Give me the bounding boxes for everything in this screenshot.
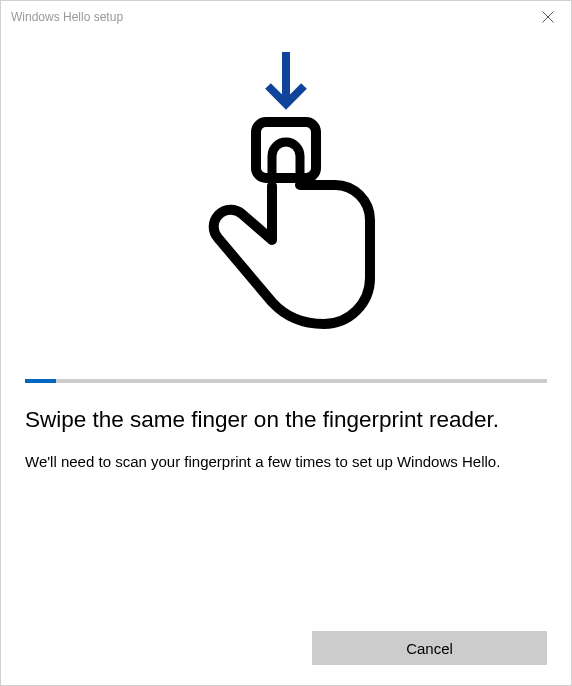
finger-on-sensor-icon xyxy=(176,44,396,364)
footer: Cancel xyxy=(25,631,547,665)
fingerprint-illustration xyxy=(25,39,547,369)
titlebar: Windows Hello setup xyxy=(1,1,571,33)
instruction-body: We'll need to scan your fingerprint a fe… xyxy=(25,452,547,472)
window-title: Windows Hello setup xyxy=(11,10,123,24)
progress-bar xyxy=(25,379,547,383)
hello-setup-window: Windows Hello setup xyxy=(0,0,572,686)
close-button[interactable] xyxy=(525,1,571,33)
content-area: Swipe the same finger on the fingerprint… xyxy=(1,33,571,685)
progress-fill xyxy=(25,379,56,383)
close-icon xyxy=(542,11,554,23)
cancel-button[interactable]: Cancel xyxy=(312,631,547,665)
instruction-heading: Swipe the same finger on the fingerprint… xyxy=(25,405,547,434)
svg-rect-3 xyxy=(256,122,316,178)
